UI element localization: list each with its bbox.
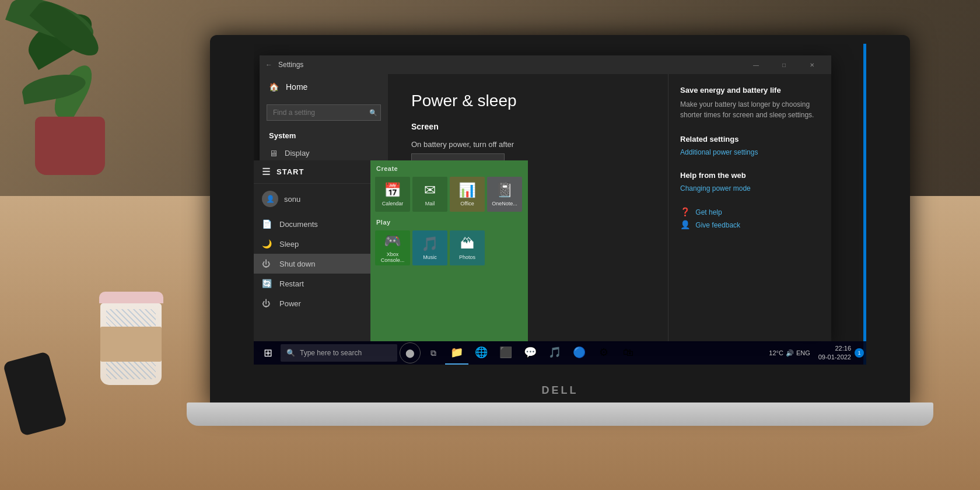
system-section-label: System (260, 125, 388, 142)
shutdown-label: Shut down (279, 260, 315, 268)
create-section-label: Create (370, 160, 528, 174)
taskbar-search-icon: 🔍 (286, 349, 295, 357)
display-label: Display (285, 149, 310, 158)
taskbar-settings-app[interactable]: ⚙ (592, 341, 615, 365)
taskbar: ⊞ 🔍 Type here to search ⬤ ⧉ 📁 🌐 ⬛ 💬 🎵 🔵 (254, 341, 866, 365)
taskbar-edge[interactable]: 🌐 (470, 341, 493, 365)
user-name: sonu (284, 195, 300, 204)
tile-photos[interactable]: 🏔 Photos (450, 230, 485, 265)
changing-power-link[interactable]: Changing power mode (680, 184, 820, 192)
language: ENG (796, 349, 810, 356)
additional-power-link[interactable]: Additional power settings (680, 148, 820, 156)
taskbar-time-display: 22:16 (835, 344, 851, 353)
photos-tile-icon: 🏔 (460, 236, 474, 252)
settings-titlebar: ← Settings — □ ✕ (260, 55, 831, 74)
calendar-tile-label: Calendar (382, 201, 404, 206)
window-controls: — □ ✕ (743, 55, 825, 74)
display-icon: 🖥 (269, 148, 278, 158)
start-item-restart[interactable]: 🔄 Restart (254, 274, 370, 293)
help-web-section: Help from the web Changing power mode (680, 171, 820, 192)
tiles-grid-create: 📅 Calendar ✉ Mail 📊 Office (370, 174, 528, 214)
tiles-grid-play: 🎮 Xbox Console... 🎵 Music 🏔 Photos (370, 228, 528, 268)
restart-label: Restart (279, 279, 304, 288)
start-item-sleep[interactable]: 🌙 Sleep (254, 234, 370, 254)
taskbar-apps: 📁 🌐 ⬛ 💬 🎵 🔵 ⚙ 🛍 (445, 341, 763, 365)
temperature: 12°C (769, 349, 783, 356)
tile-groove[interactable]: 🎵 Music (412, 230, 447, 265)
taskbar-search[interactable]: 🔍 Type here to search (281, 344, 397, 362)
screen-content: ← Settings — □ ✕ 🏠 (254, 44, 866, 365)
taskbar-system: 12°C 🔊 ENG (764, 349, 814, 357)
xbox-tile-icon: 🎮 (384, 233, 401, 249)
maximize-button[interactable]: □ (771, 55, 797, 74)
taskbar-date-display: 09-01-2022 (818, 353, 851, 362)
settings-right-panel: Save energy and battery life Make your b… (668, 74, 831, 341)
give-feedback-icon: 👤 (680, 220, 690, 229)
home-label: Home (286, 82, 307, 92)
search-input[interactable] (267, 104, 381, 121)
start-user[interactable]: 👤 sonu (254, 184, 370, 214)
tile-xbox[interactable]: 🎮 Xbox Console... (375, 230, 410, 265)
mail-tile-icon: ✉ (424, 182, 436, 198)
documents-icon: 📄 (262, 219, 272, 229)
tile-mail[interactable]: ✉ Mail (412, 177, 447, 212)
give-feedback-link[interactable]: 👤 Give feedback (680, 220, 820, 229)
notifications-badge[interactable]: 1 (855, 348, 864, 358)
search-icon: 🔍 (369, 109, 377, 117)
start-right-panel: Create 📅 Calendar ✉ Mail 📊 (370, 160, 528, 341)
taskbar-store[interactable]: 🛍 (617, 341, 640, 365)
taskbar-chrome[interactable]: 🔵 (568, 341, 591, 365)
get-help-icon: ❓ (680, 207, 690, 216)
shutdown-icon: ⏻ (262, 259, 272, 268)
search-box: 🔍 (267, 104, 381, 121)
task-view-button[interactable]: ⧉ (423, 342, 444, 363)
taskbar-terminal[interactable]: ⬛ (494, 341, 517, 365)
office-tile-label: Office (460, 201, 474, 206)
calendar-tile-icon: 📅 (384, 182, 401, 198)
cortana-button[interactable]: ⬤ (400, 342, 421, 363)
start-header: ☰ START (254, 160, 370, 184)
start-item-documents[interactable]: 📄 Documents (254, 214, 370, 234)
save-energy-title: Save energy and battery life (680, 86, 820, 94)
get-help-link[interactable]: ❓ Get help (680, 207, 820, 216)
screen-bezel: ← Settings — □ ✕ 🏠 (210, 35, 910, 408)
start-button[interactable]: ⊞ (256, 341, 279, 365)
related-settings-title: Related settings (680, 135, 820, 144)
close-button[interactable]: ✕ (799, 55, 825, 74)
mail-tile-label: Mail (425, 201, 435, 206)
taskbar-teams[interactable]: 💬 (519, 341, 542, 365)
power-icon: ⏻ (262, 299, 272, 308)
taskbar-spotify[interactable]: 🎵 (543, 341, 566, 365)
laptop: ← Settings — □ ✕ 🏠 (175, 35, 945, 443)
power-label: Power (279, 299, 301, 308)
sleep-icon: 🌙 (262, 239, 272, 249)
hamburger-icon[interactable]: ☰ (262, 166, 271, 177)
tile-calendar[interactable]: 📅 Calendar (375, 177, 410, 212)
save-energy-text: Make your battery last longer by choosin… (680, 99, 820, 120)
taskbar-file-explorer[interactable]: 📁 (445, 341, 468, 365)
tile-office[interactable]: 📊 Office (450, 177, 485, 212)
taskbar-clock[interactable]: 22:16 09-01-2022 (816, 344, 853, 362)
groove-tile-icon: 🎵 (421, 236, 439, 252)
get-help-text: Get help (695, 208, 722, 216)
back-button[interactable]: ← (265, 61, 272, 69)
related-settings-section: Related settings Additional power settin… (680, 135, 820, 156)
sidebar-home[interactable]: 🏠 Home (260, 74, 388, 100)
give-feedback-text: Give feedback (695, 221, 740, 229)
minimize-button[interactable]: — (743, 55, 769, 74)
start-item-power[interactable]: ⏻ Power (254, 293, 370, 313)
coffee-cup (99, 292, 163, 397)
save-energy-section: Save energy and battery life Make your b… (680, 86, 820, 120)
play-section-label: Play (370, 214, 528, 228)
page-title: Power & sleep (411, 92, 645, 110)
start-menu: ☰ START 👤 sonu 📄 Documents 🌙 (254, 160, 528, 341)
screen-section-title: Screen (411, 122, 645, 131)
start-item-shutdown[interactable]: ⏻ Shut down (254, 254, 370, 274)
user-avatar: 👤 (262, 191, 278, 207)
battery-label: On battery power, turn off after (411, 140, 645, 149)
accent-stripe (863, 44, 866, 365)
volume-icon[interactable]: 🔊 (786, 349, 794, 357)
tile-onenote[interactable]: 📓 OneNote... (487, 177, 522, 212)
photos-tile-label: Photos (459, 254, 475, 260)
onenote-tile-icon: 📓 (496, 182, 513, 198)
